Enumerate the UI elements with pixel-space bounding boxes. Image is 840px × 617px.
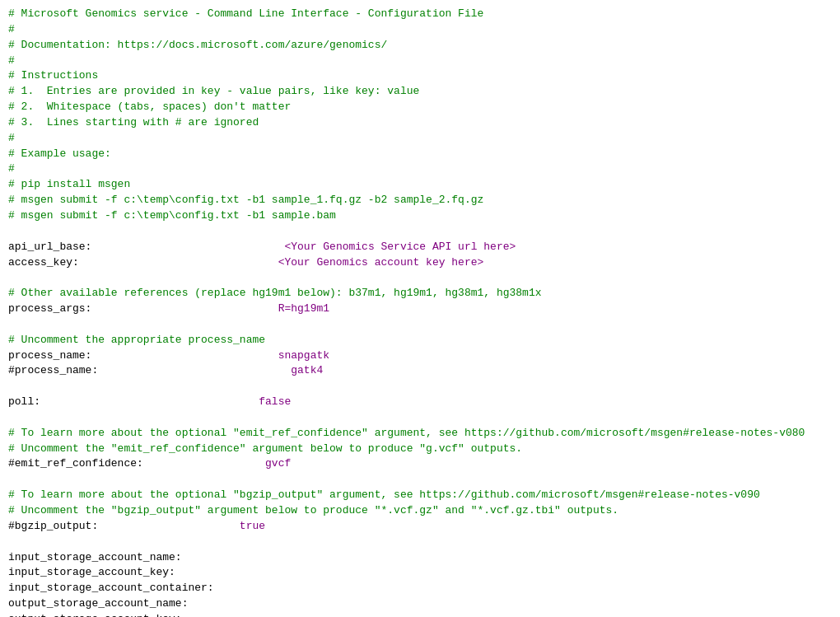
code-line: # [8,131,832,147]
code-line: process_name: snapgatk [8,348,832,364]
code-line: # 3. Lines starting with # are ignored [8,115,832,131]
code-line: # Documentation: https://docs.microsoft.… [8,38,832,54]
code-line: input_storage_account_key: [8,565,832,581]
code-line: # [8,22,832,38]
code-line: #bgzip_output: true [8,519,832,535]
code-line: # msgen submit -f c:\temp\config.txt -b1… [8,193,832,208]
code-line [8,472,832,488]
code-line: #process_name: gatk4 [8,363,832,379]
code-line: input_storage_account_name: [8,550,832,566]
code-line [8,317,832,333]
code-line: # Microsoft Genomics service - Command L… [8,7,832,22]
code-line [8,410,832,426]
code-line: # 2. Whitespace (tabs, spaces) don't mat… [8,100,832,115]
code-line: process_args: R=hg19m1 [8,301,832,317]
code-line: # pip install msgen [8,177,832,193]
code-line [8,379,832,395]
code-line: poll: false [8,395,832,410]
code-line: api_url_base: <Your Genomics Service API… [8,240,832,255]
code-line: # Example usage: [8,147,832,162]
code-line: # To learn more about the optional "emit… [8,426,832,442]
code-line: # Uncomment the "emit_ref_confidence" ar… [8,442,832,457]
code-line: #emit_ref_confidence: gvcf [8,456,832,472]
code-line: # Uncomment the appropriate process_name [8,333,832,348]
code-line: # Other available references (replace hg… [8,286,832,301]
code-line [8,535,832,550]
code-line: # 1. Entries are provided in key - value… [8,84,832,100]
code-line [8,270,832,286]
config-file-content: # Microsoft Genomics service - Command L… [8,7,832,617]
code-line: # [8,161,832,177]
code-line: # msgen submit -f c:\temp\config.txt -b1… [8,208,832,224]
code-line: # To learn more about the optional "bgzi… [8,488,832,503]
code-line: output_storage_account_key: [8,612,832,617]
code-line: # Instructions [8,68,832,84]
code-line: # Uncomment the "bgzip_output" argument … [8,503,832,519]
code-line: access_key: <Your Genomics account key h… [8,255,832,271]
code-line: # [8,54,832,69]
code-line: input_storage_account_container: [8,581,832,596]
code-line [8,224,832,240]
code-line: output_storage_account_name: [8,596,832,612]
